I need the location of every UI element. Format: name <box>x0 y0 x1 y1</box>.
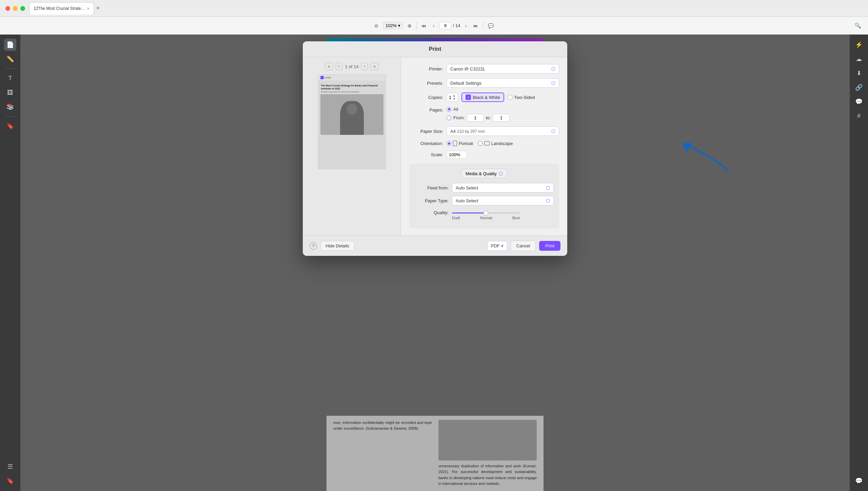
dialog-overlay: Print « ‹ 1 of 14 › » <box>20 35 850 491</box>
tab-bar: 12The Most Crucial Strate... ✕ + <box>29 2 863 15</box>
browser-tab[interactable]: 12The Most Crucial Strate... ✕ <box>29 2 94 15</box>
paper-type-select[interactable]: Auto Select ⬡ <box>452 196 554 205</box>
scale-row: Scale: <box>409 151 559 159</box>
zoom-in-button[interactable]: ⊕ <box>406 22 414 30</box>
printer-select[interactable]: Canon iR C3222L ⬡ <box>447 64 559 74</box>
preview-next-button[interactable]: › <box>361 63 368 70</box>
sidebar-icon-edit[interactable]: ✏️ <box>4 53 16 65</box>
minimize-button[interactable] <box>13 6 18 11</box>
paper-size-value: A4 210 by 297 mm <box>450 129 485 134</box>
to-label: to: <box>486 115 491 120</box>
page-separator: / <box>453 23 454 28</box>
to-input[interactable] <box>493 114 510 122</box>
feed-from-select[interactable]: Auto Select ⬡ <box>452 183 554 192</box>
hide-details-button[interactable]: Hide Details <box>320 241 354 251</box>
paper-type-label: Paper Type: <box>415 198 449 203</box>
portrait-icon <box>453 141 457 146</box>
copies-down-arrow[interactable]: ▼ <box>453 97 456 101</box>
printer-arrow-icon: ⬡ <box>551 66 555 71</box>
sidebar-icon-layers[interactable]: ☰ <box>4 461 16 473</box>
scale-input[interactable] <box>447 151 467 159</box>
last-page-button[interactable]: ⏭ <box>471 22 480 30</box>
landscape-radio[interactable] <box>478 141 482 146</box>
preview-cover-image <box>320 94 383 135</box>
sidebar-icon-pages[interactable]: 📚 <box>4 101 16 113</box>
right-icon-settings[interactable]: ⚡ <box>853 39 865 51</box>
dialog-body: « ‹ 1 of 14 › » UPDF The <box>303 57 567 236</box>
quality-slider[interactable] <box>452 212 520 213</box>
right-icon-download[interactable]: ⬇ <box>853 67 865 79</box>
paper-type-value: Auto Select <box>456 198 478 203</box>
all-pages-label: All <box>453 107 458 112</box>
print-dialog: Print « ‹ 1 of 14 › » <box>303 41 567 256</box>
paper-type-row: Paper Type: Auto Select ⬡ <box>415 196 554 205</box>
two-sided-checkbox[interactable] <box>508 95 512 100</box>
pdf-button[interactable]: PDF ▾ <box>487 241 507 251</box>
landscape-icon <box>484 141 490 145</box>
printer-control: Canon iR C3222L ⬡ <box>447 64 559 74</box>
first-page-button[interactable]: ⏮ <box>419 22 428 30</box>
print-button[interactable]: Print <box>539 241 560 251</box>
portrait-option: Portrait <box>447 141 473 146</box>
right-icon-cloud[interactable]: ☁ <box>853 53 865 65</box>
quality-normal-label: Normal <box>480 216 492 220</box>
zoom-level-select[interactable]: 102% ▾ <box>383 22 403 29</box>
presets-select[interactable]: Default Settings ⬡ <box>447 78 559 88</box>
cancel-button[interactable]: Cancel <box>511 241 536 251</box>
landscape-label: Landscape <box>491 141 513 146</box>
search-icon[interactable]: 🔍 <box>854 22 861 29</box>
preview-first-button[interactable]: « <box>325 63 333 70</box>
all-pages-radio[interactable] <box>447 107 451 112</box>
zoom-out-button[interactable]: ⊖ <box>372 22 380 30</box>
sidebar-icon-favorite[interactable]: 🔖 <box>4 475 16 487</box>
feed-from-value: Auto Select <box>456 185 478 190</box>
printer-row: Printer: Canon iR C3222L ⬡ <box>409 64 559 74</box>
feed-from-arrow-icon: ⬡ <box>546 185 550 190</box>
sidebar-icon-image[interactable]: 🖼 <box>4 86 16 99</box>
presets-row: Presets: Default Settings ⬡ <box>409 78 559 88</box>
help-button[interactable]: ? <box>310 242 317 250</box>
printer-value: Canon iR C3222L <box>450 66 485 71</box>
tab-close-icon[interactable]: ✕ <box>87 7 90 11</box>
comment-button[interactable]: 💬 <box>486 22 496 30</box>
new-tab-button[interactable]: + <box>96 5 100 12</box>
from-input[interactable] <box>467 114 484 122</box>
landscape-option: Landscape <box>478 141 513 146</box>
close-button[interactable] <box>5 6 10 11</box>
next-page-button[interactable]: › <box>463 22 469 30</box>
copies-value: 1 <box>449 95 453 100</box>
preview-nav: « ‹ 1 of 14 › » <box>308 63 395 70</box>
right-icon-comment[interactable]: 💬 <box>853 96 865 108</box>
right-icon-number[interactable]: # <box>853 110 865 122</box>
copies-up-arrow[interactable]: ▲ <box>453 94 456 97</box>
media-quality-select[interactable]: Media & Quality ⬡ <box>461 169 507 178</box>
sidebar-divider <box>5 68 15 69</box>
sidebar-icon-text[interactable]: T <box>4 72 16 84</box>
preview-page-indicator: 1 of 14 <box>345 64 359 69</box>
preview-last-button[interactable]: » <box>371 63 378 70</box>
quality-label: Quality: <box>415 209 449 215</box>
media-quality-arrow-icon: ⬡ <box>499 171 503 176</box>
page-number-input[interactable] <box>439 22 451 29</box>
scale-label: Scale: <box>409 152 443 157</box>
sidebar-icon-bookmark[interactable]: 🔖 <box>4 120 16 132</box>
preview-logo <box>320 76 324 79</box>
preview-prev-button[interactable]: ‹ <box>336 63 342 70</box>
preview-content: The Most Crucial Strategy for Banks and … <box>318 81 386 169</box>
paper-size-select[interactable]: A4 210 by 297 mm ⬡ <box>447 126 559 136</box>
sidebar-icon-document[interactable]: 📄 <box>4 39 16 51</box>
from-pages-radio[interactable] <box>447 116 451 120</box>
quality-row: Quality: Draft Normal Best <box>415 209 554 220</box>
paper-size-label: Paper Size: <box>409 129 443 134</box>
media-quality-label: Media & Quality <box>466 171 497 176</box>
right-icon-link[interactable]: 🔗 <box>853 81 865 94</box>
black-white-checkbox[interactable]: ✓ <box>466 95 471 100</box>
maximize-button[interactable] <box>20 6 25 11</box>
portrait-radio[interactable] <box>447 141 451 146</box>
preview-header: UPDF <box>318 75 386 81</box>
paper-size-arrow-icon: ⬡ <box>551 128 555 134</box>
black-white-checkbox-container[interactable]: ✓ Black & White <box>461 93 504 102</box>
right-icon-chat[interactable]: 💬 <box>853 475 865 487</box>
copies-arrows[interactable]: ▲ ▼ <box>453 94 456 101</box>
prev-page-button[interactable]: ‹ <box>431 22 437 30</box>
